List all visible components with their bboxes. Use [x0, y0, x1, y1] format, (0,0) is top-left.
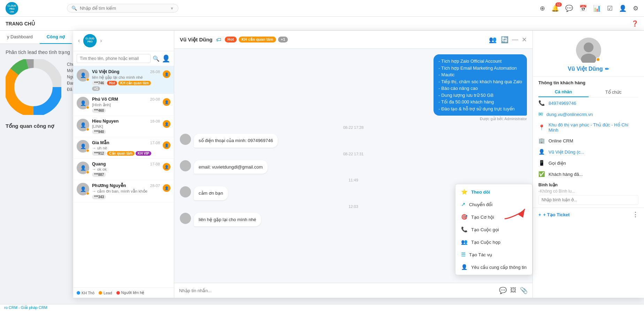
tag-kh-cantam: KH cần quan tâm	[118, 81, 151, 85]
info-header: Vũ Việt Dũng ✏	[533, 31, 644, 77]
checklist-icon[interactable]: ☑	[607, 5, 613, 12]
search-bar[interactable]: 🔍 ▼	[67, 4, 178, 13]
avatar: 👤	[77, 69, 89, 81]
search-input[interactable]	[80, 6, 167, 11]
location-value[interactable]: Khu đô thị vạn phúc - Thủ đức - Hồ Chí M…	[549, 122, 638, 133]
online-dot	[86, 149, 89, 152]
list-item[interactable]: 👤 Phương Nguyễn 28-07 → cảm ơn ban, mình…	[73, 180, 174, 202]
email-value[interactable]: dung.vu@onlinecrm.vn	[546, 112, 593, 117]
location-icon: 📍	[538, 124, 545, 131]
main-area: y Dashboard Công nợ Phân tích lead theo …	[0, 31, 644, 298]
attachment-icon[interactable]: 📎	[520, 287, 528, 294]
more-options-icon[interactable]: ⋮	[632, 211, 638, 218]
comment-section: Bình luận -Không có Bình lu...	[533, 180, 644, 208]
dropdown-item-theo-doi[interactable]: ⭐ Theo dõi	[455, 186, 532, 198]
tab-dashboard[interactable]: y Dashboard	[0, 31, 40, 44]
contact-name: Quang	[92, 162, 106, 166]
email-icon: ✉	[538, 111, 543, 117]
dropdown-label-cuoc-goi: Tạo Cuộc gọi	[471, 227, 499, 232]
user-icon[interactable]: 👤	[619, 5, 627, 12]
info-request-icon: 👤	[461, 264, 468, 270]
dropdown-label-co-hoi: Tạo Cơ hội	[471, 215, 494, 220]
contacts-search-input[interactable]	[77, 54, 151, 63]
contact-msg: liên hệ gặp lại cho mình nhé	[92, 75, 160, 80]
contacts-add-button[interactable]: 👤	[162, 54, 170, 63]
list-item[interactable]: 👤 Phú Võ CRM 20-08 [Hình ảnh] ***460 👤	[73, 94, 174, 116]
avatar: 👤	[77, 97, 89, 109]
legend-label-lead: Lead	[104, 291, 112, 295]
share-icon: ↗	[461, 201, 466, 208]
call-icon: 📱	[538, 160, 545, 166]
dropdown-menu: ⭐ Theo dõi ↗ Chuyển đổi 🎯 Tạo Cơ hội 📞 T…	[455, 184, 532, 275]
dropdown-item-cuoc-goi[interactable]: 📞 Tạo Cuộc gọi	[455, 223, 532, 236]
contact-date: 28-07	[150, 184, 160, 188]
dropdown-label-chuyen-doi: Chuyển đổi	[469, 202, 492, 207]
contacts-search-bar: 🔍 👤	[73, 51, 174, 66]
svg-text:CLOUD: CLOUD	[86, 37, 94, 40]
contact-tags: ***940	[92, 130, 160, 134]
logo-icon: CLOUD PRO CRM	[6, 2, 18, 15]
email-field: ✉ dung.vu@onlinecrm.vn	[533, 109, 644, 120]
settings-icon[interactable]: ⚙	[633, 5, 638, 12]
help-icon[interactable]: ❓	[631, 20, 638, 27]
contact-name: Phương Nguyễn	[92, 183, 126, 188]
contact-date: 18-08	[150, 119, 160, 123]
refresh-icon[interactable]: 🔄	[501, 36, 508, 44]
message-avatar	[180, 134, 191, 145]
comment-input[interactable]	[538, 195, 638, 205]
contacts-search-button[interactable]: 🔍	[153, 55, 160, 62]
chat-footer: 💬 🖼 📎	[174, 283, 532, 298]
dropdown-item-tac-vu[interactable]: ☰ Tạo Tác vụ	[455, 248, 532, 261]
message-timestamp: 11:49	[180, 178, 527, 182]
image-icon[interactable]: 🖼	[510, 287, 516, 294]
tab-cong-no[interactable]: Công nợ	[40, 31, 72, 44]
dropdown-item-yeu-cau[interactable]: 👤 Yêu cầu cung cấp thông tin	[455, 261, 532, 273]
meeting-icon: 👥	[461, 239, 468, 245]
dropdown-item-cuoc-hop[interactable]: 👥 Tạo Cuộc họp	[455, 236, 532, 248]
chat-message-input[interactable]	[179, 288, 496, 293]
chat-footer-icons: 💬 🖼 📎	[499, 287, 528, 294]
notification-icon[interactable]: 🔔 52	[551, 5, 559, 12]
chat-bubble-icon[interactable]: 💬	[499, 287, 507, 294]
contacts-logo: CLOUD PRO	[83, 34, 97, 47]
message-bubble-left: số điện thoại của mình: 0974969746	[194, 134, 278, 148]
company-value: Online CRM	[549, 138, 573, 143]
phone-value[interactable]: 84974969746	[549, 101, 576, 106]
customer-name: Vũ Việt Dũng ✏	[568, 65, 609, 72]
dropdown-item-chuyen-doi[interactable]: ↗ Chuyển đổi	[455, 198, 532, 211]
list-item[interactable]: 👤 Quang 17-08 → ok ok ***887 👤	[73, 159, 174, 180]
chat-input-row: 💬 🖼 📎	[179, 287, 528, 294]
group-icon[interactable]: 👥	[489, 36, 497, 44]
add-ticket-button[interactable]: + + Tạo Ticket ⋮	[533, 208, 644, 221]
edit-icon[interactable]: ✏	[605, 66, 609, 72]
dropdown-item-co-hoi[interactable]: 🎯 Tạo Cơ hội	[455, 211, 532, 223]
list-item[interactable]: 👤 Gia Mẫn 17-08 → uh nè ***912 Cần quan …	[73, 137, 174, 159]
chart-icon[interactable]: 📊	[593, 5, 601, 12]
avatar: 👤	[77, 119, 89, 131]
contact-date: 28-08	[150, 70, 160, 74]
owner-value[interactable]: Vũ Việt Dũng (c...	[549, 149, 584, 155]
list-item[interactable]: 👤 Hieu Nguyen 18-08 [LINK] ***940 👤	[73, 116, 174, 137]
close-button[interactable]: ✕	[522, 36, 527, 44]
chat-overlay: ‹ CLOUD PRO › 🔍 👤	[73, 31, 644, 298]
contacts-prev-btn[interactable]: ‹	[77, 36, 81, 45]
tab-to-chuc[interactable]: Tổ chức	[589, 87, 639, 97]
add-icon[interactable]: ⊕	[540, 5, 545, 12]
owner-icon: 👤	[538, 149, 545, 155]
comment-label: Bình luận	[538, 182, 638, 187]
calendar-icon[interactable]: 📅	[579, 5, 587, 12]
svg-point-13	[584, 42, 593, 52]
list-item[interactable]: 👤 Vũ Việt Dũng 28-08 liên hệ gặp lại cho…	[73, 66, 174, 94]
task-icon: ☰	[461, 251, 466, 258]
contact-info: Hieu Nguyen 18-08 [LINK] ***940	[92, 119, 160, 134]
message-bubble-left: cảm ơn bạn	[194, 186, 228, 200]
phone-call-icon: 📞	[461, 226, 468, 233]
contact-user-icon: 👤	[163, 163, 170, 171]
info-panel: Vũ Việt Dũng ✏ Thông tin khách hàng Cá n…	[532, 31, 644, 298]
tab-ca-nhan[interactable]: Cá nhân	[538, 87, 589, 97]
minimize-button[interactable]: —	[512, 36, 518, 43]
chat-icon[interactable]: 💬	[565, 5, 573, 12]
contacts-next-btn[interactable]: ›	[99, 36, 103, 45]
contact-id-tag: ***343	[92, 195, 106, 199]
customer-status-value: Khách hàng đã...	[549, 172, 583, 177]
